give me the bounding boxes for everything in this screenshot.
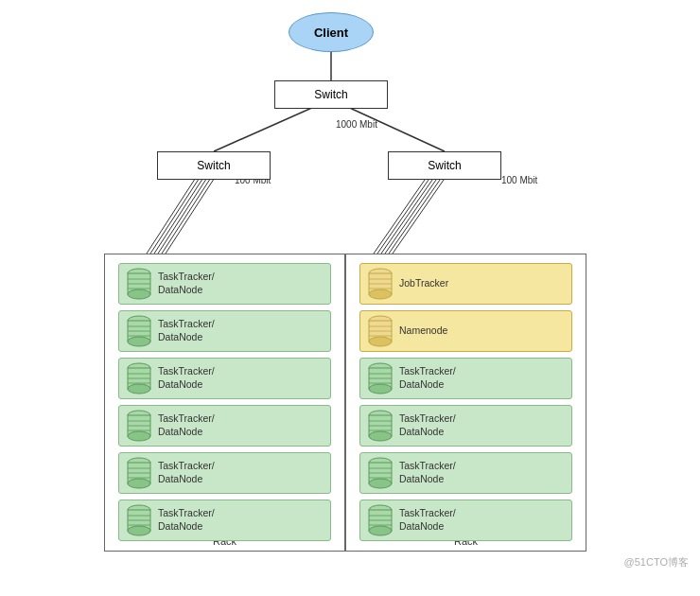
left-server-2: TaskTracker/ DataNode — [118, 310, 331, 352]
svg-line-3 — [147, 170, 201, 254]
svg-point-41 — [128, 479, 150, 488]
network-diagram: Client Switch 1000 Mbit Switch Switch 10… — [0, 0, 700, 577]
svg-point-59 — [369, 337, 392, 346]
switch-left-node: Switch — [157, 151, 271, 180]
cylinder-icon-r1 — [366, 267, 394, 301]
watermark: @51CTO博客 — [624, 555, 689, 570]
client-node: Client — [289, 12, 374, 52]
svg-point-29 — [128, 384, 150, 394]
right-server-6: TaskTracker/ DataNode — [359, 500, 572, 541]
cylinder-icon-r5 — [366, 456, 394, 490]
switch-top-node: Switch — [274, 80, 388, 109]
svg-point-77 — [369, 479, 392, 488]
svg-line-8 — [166, 170, 219, 254]
switch-right-node: Switch — [388, 151, 501, 180]
svg-point-47 — [128, 526, 150, 535]
label-100mbit-right: 100 Mbit — [501, 175, 537, 185]
cylinder-icon-4 — [125, 409, 153, 443]
right-server-5: TaskTracker/ DataNode — [359, 452, 572, 494]
svg-line-12 — [385, 170, 443, 254]
svg-line-11 — [381, 170, 439, 254]
svg-line-5 — [154, 170, 208, 254]
cylinder-icon-r3 — [366, 361, 394, 395]
svg-point-65 — [369, 384, 392, 394]
svg-line-4 — [150, 170, 204, 254]
svg-line-9 — [374, 170, 431, 254]
svg-line-7 — [162, 170, 216, 254]
left-server-5: TaskTracker/ DataNode — [118, 452, 331, 494]
svg-point-23 — [128, 337, 150, 346]
svg-point-71 — [369, 431, 392, 441]
cylinder-icon-3 — [125, 361, 153, 395]
cylinder-icon-r2 — [366, 314, 394, 348]
right-server-1: JobTracker — [359, 263, 572, 305]
label-1000mbit: 1000 Mbit — [336, 119, 377, 130]
right-server-2: Namenode — [359, 310, 572, 352]
svg-line-10 — [377, 170, 435, 254]
cylinder-icon-5 — [125, 456, 153, 490]
svg-line-6 — [158, 170, 212, 254]
right-server-3: TaskTracker/ DataNode — [359, 358, 572, 399]
svg-line-13 — [389, 170, 446, 254]
left-server-1: TaskTracker/ DataNode — [118, 263, 331, 305]
cylinder-icon-2 — [125, 314, 153, 348]
right-server-4: TaskTracker/ DataNode — [359, 405, 572, 447]
left-server-3: TaskTracker/ DataNode — [118, 358, 331, 399]
cylinder-icon-6 — [125, 503, 153, 537]
left-server-6: TaskTracker/ DataNode — [118, 500, 331, 541]
svg-point-53 — [369, 289, 392, 299]
svg-point-83 — [369, 526, 392, 535]
cylinder-icon-1 — [125, 267, 153, 301]
svg-point-35 — [128, 431, 150, 441]
left-server-4: TaskTracker/ DataNode — [118, 405, 331, 447]
svg-line-14 — [393, 170, 450, 254]
cylinder-icon-r6 — [366, 503, 394, 537]
cylinder-icon-r4 — [366, 409, 394, 443]
svg-point-17 — [128, 289, 150, 299]
